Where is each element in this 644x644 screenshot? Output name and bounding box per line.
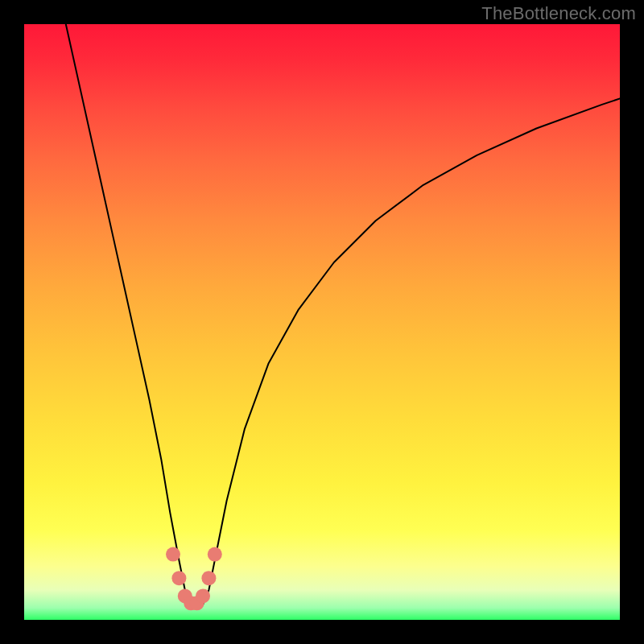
chart-svg (24, 24, 620, 620)
highlight-dots (166, 547, 222, 611)
highlight-dot (171, 571, 186, 585)
highlight-dot (196, 588, 210, 603)
chart-frame: TheBottleneck.com (0, 0, 644, 644)
plot-area (24, 24, 620, 620)
watermark: TheBottleneck.com (481, 3, 636, 24)
highlight-dot (201, 571, 216, 585)
bottleneck-curve (66, 24, 620, 608)
highlight-dot (208, 547, 222, 562)
highlight-dot (166, 547, 180, 562)
